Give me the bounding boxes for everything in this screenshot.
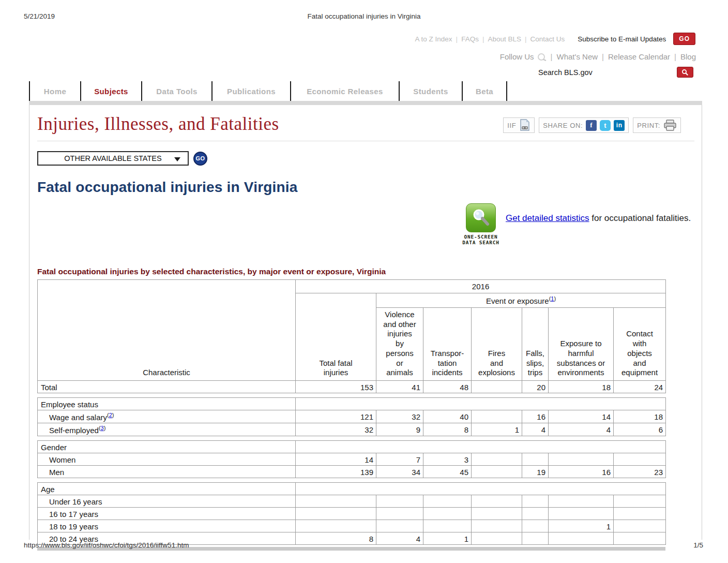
table-row: Men1393445191623 (38, 466, 666, 478)
divider (37, 141, 694, 141)
page-title: Fatal occupational injuries in Virginia (37, 179, 694, 196)
column-header-violence: Violence and other injuries by persons o… (376, 307, 423, 380)
divider: | (482, 35, 484, 43)
program-title: Injuries, Illnesses, and Fatalities (37, 114, 279, 135)
tab-data-tools[interactable]: Data Tools (141, 81, 211, 101)
search-button[interactable] (677, 67, 693, 78)
print-page-number: 1/5 (693, 541, 703, 549)
value-cell: 8 (423, 423, 472, 436)
value-cell (472, 466, 522, 478)
table-section: AgeUnder 16 years16 to 17 years18 to 19 … (37, 482, 666, 545)
value-cell: 16 (522, 410, 549, 423)
tab-publications[interactable]: Publications (211, 81, 290, 101)
group-row: Age (38, 483, 666, 495)
value-cell (296, 495, 376, 508)
link-blog[interactable]: Blog (680, 52, 696, 61)
value-cell (376, 495, 423, 508)
print-date: 5/21/2019 (24, 12, 55, 20)
value-cell: 4 (549, 423, 614, 436)
masthead: Injuries, Illnesses, and Fatalities IIF … (37, 114, 694, 135)
divider: | (602, 52, 604, 61)
value-cell: 3 (423, 453, 472, 466)
value-cell (522, 508, 549, 520)
value-cell (472, 532, 522, 545)
value-cell (549, 453, 614, 466)
value-cell: 153 (296, 381, 376, 393)
facebook-icon[interactable]: f (586, 120, 597, 131)
follow-row: Follow Us | What's New | Release Calenda… (500, 52, 696, 61)
table-row: Self-employed(3)32981446 (38, 423, 666, 436)
state-go-button[interactable]: GO (193, 152, 207, 166)
twitter-bird-icon (537, 53, 547, 61)
stats-sentence-rest: for occupational fatalities. (589, 213, 691, 223)
group-fill (296, 441, 666, 453)
search-input[interactable] (538, 68, 677, 77)
footnote-link[interactable]: 3 (101, 425, 104, 431)
link-follow-us[interactable]: Follow Us (500, 52, 534, 61)
tab-economic-releases[interactable]: Economic Releases (290, 81, 399, 101)
value-cell (522, 453, 549, 466)
footnote-link[interactable]: 2 (109, 412, 112, 418)
footnote: (3) (99, 425, 105, 431)
value-cell (614, 453, 666, 466)
column-header-transportation: Transpor- tation incidents (423, 307, 472, 380)
group-label: Age (38, 483, 296, 495)
footnote: (1) (549, 295, 556, 302)
tab-students[interactable]: Students (399, 81, 462, 101)
link-release-calendar[interactable]: Release Calendar (608, 52, 670, 61)
event-exposure-header: Event or exposure(1) (376, 293, 666, 307)
divider: | (674, 52, 676, 61)
get-detailed-statistics-link[interactable]: Get detailed statistics (506, 213, 589, 223)
value-cell: 48 (423, 381, 472, 393)
twitter-icon[interactable]: t (600, 120, 611, 131)
iif-home-button[interactable]: IIF (503, 117, 535, 133)
linkedin-icon[interactable]: in (614, 120, 625, 131)
link-faqs[interactable]: FAQs (461, 35, 479, 43)
value-cell: 41 (376, 381, 423, 393)
print-button[interactable]: PRINT: (633, 117, 681, 133)
value-cell (423, 520, 472, 532)
table-sections: Employee statusWage and salary(2)1213240… (37, 397, 694, 545)
nav-divider-bar (29, 101, 702, 105)
column-header-fires: Fires and explosions (472, 307, 522, 380)
group-fill (296, 398, 666, 410)
value-cell (522, 520, 549, 532)
value-cell: 23 (614, 466, 666, 478)
link-subscribe-email[interactable]: Subscribe to E-mail Updates (578, 35, 666, 43)
utility-links: A to Z Index| FAQs| About BLS| Contact U… (415, 33, 695, 45)
value-cell (376, 508, 423, 520)
group-label: Employee status (38, 398, 296, 410)
link-whats-new[interactable]: What's New (557, 52, 598, 61)
main-nav: Home Subjects Data Tools Publications Ec… (29, 81, 702, 105)
divider: | (525, 35, 527, 43)
table-row: Wage and salary(2)1213240161418 (38, 410, 666, 423)
document-icon (519, 119, 530, 131)
fatalities-table: Characteristic 2016 Total fatal injuries… (37, 279, 694, 551)
divider: | (456, 35, 458, 43)
chevron-down-icon (174, 157, 180, 161)
one-screen-data-search[interactable]: ONE-SCREEN DATA SEARCH (462, 203, 499, 246)
value-cell: 1 (549, 520, 614, 532)
value-cell: 32 (376, 410, 423, 423)
link-about-bls[interactable]: About BLS (488, 35, 521, 43)
footnote-link[interactable]: 1 (551, 295, 554, 302)
row-label: Under 16 years (38, 495, 296, 508)
table-section: Employee statusWage and salary(2)1213240… (37, 397, 666, 436)
value-cell (549, 508, 614, 520)
table-section: GenderWomen1473Men1393445191623 (37, 440, 666, 478)
link-contact-us[interactable]: Contact Us (530, 35, 565, 43)
value-cell (549, 532, 614, 545)
value-cell (522, 495, 549, 508)
state-select[interactable]: OTHER AVAILABLE STATES (37, 151, 189, 166)
column-header-total: Total fatal injuries (296, 293, 376, 380)
link-a-to-z-index[interactable]: A to Z Index (415, 35, 452, 43)
tab-subjects[interactable]: Subjects (80, 81, 141, 101)
table-row: Total 153 41 48 20 18 24 (38, 381, 666, 393)
subscribe-go-button[interactable]: GO (673, 33, 695, 45)
value-cell (423, 508, 472, 520)
search-icon (681, 69, 689, 76)
tab-beta[interactable]: Beta (462, 81, 507, 101)
tab-home[interactable]: Home (29, 81, 80, 101)
value-cell: 20 (522, 381, 549, 393)
value-cell: 14 (296, 453, 376, 466)
